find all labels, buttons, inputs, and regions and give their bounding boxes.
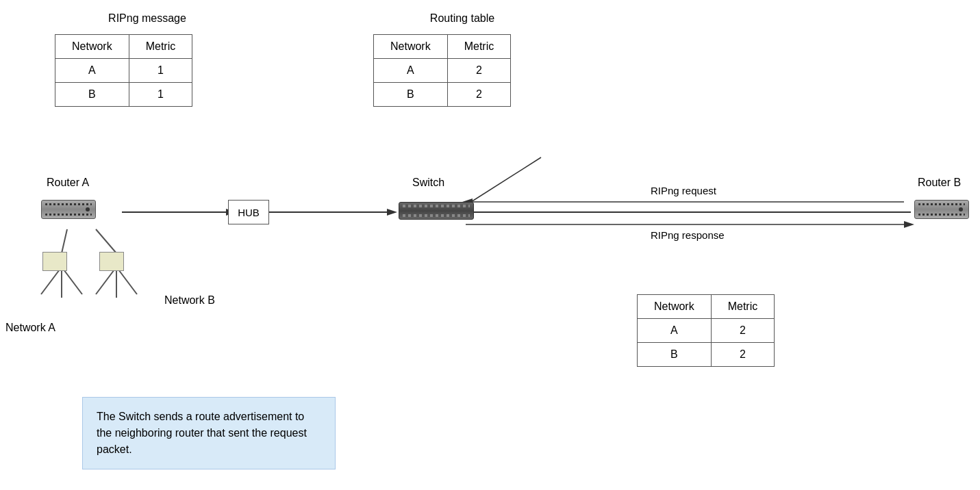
- table-cell: A: [55, 59, 129, 83]
- hub-label: HUB: [238, 207, 260, 218]
- ripng-response-label: RIPng response: [651, 229, 725, 241]
- switch-label: Switch: [412, 177, 444, 189]
- router-a-light: [86, 207, 90, 211]
- svg-line-17: [96, 229, 116, 253]
- ripng-table-header-metric: Metric: [129, 35, 192, 59]
- network-a-label: Network A: [5, 322, 55, 334]
- svg-line-15: [116, 267, 137, 294]
- router-a-label: Router A: [47, 177, 89, 189]
- svg-line-13: [96, 267, 116, 294]
- router-b-light: [959, 207, 963, 211]
- routing-table: Network Metric A 2 B 2: [373, 34, 511, 107]
- table-cell: B: [638, 343, 712, 367]
- table-cell: 2: [447, 59, 511, 83]
- svg-line-10: [41, 267, 62, 294]
- info-box: The Switch sends a route advertisement t…: [82, 397, 336, 469]
- table-cell: A: [374, 59, 448, 83]
- table-cell: A: [638, 319, 712, 343]
- table-cell: B: [374, 83, 448, 107]
- svg-marker-3: [387, 209, 397, 216]
- diagram-container: RIPng message Network Metric A 1 B 1 Rou…: [0, 0, 980, 490]
- router-b-label: Router B: [918, 177, 961, 189]
- table-row: A 2: [374, 59, 511, 83]
- table-cell: 2: [711, 343, 775, 367]
- ripng-message-label: RIPng message: [72, 12, 223, 25]
- ripng-table-header-network: Network: [55, 35, 129, 59]
- table-cell: 1: [129, 59, 192, 83]
- table-cell: 1: [129, 83, 192, 107]
- response-table-header-metric: Metric: [711, 295, 775, 319]
- node-box: [42, 252, 67, 271]
- svg-marker-8: [904, 221, 914, 228]
- switch-device: [399, 202, 474, 220]
- hub-box: HUB: [228, 200, 269, 224]
- table-cell: 2: [447, 83, 511, 107]
- network-b-node: [99, 252, 124, 271]
- table-cell: B: [55, 83, 129, 107]
- network-a-node1: [42, 252, 67, 271]
- router-a-device: [41, 200, 96, 219]
- routing-table-header-network: Network: [374, 35, 448, 59]
- routing-table-label: Routing table: [387, 12, 538, 25]
- table-row: A 1: [55, 59, 192, 83]
- table-row: B 2: [374, 83, 511, 107]
- network-b-label: Network B: [164, 294, 215, 307]
- table-cell: 2: [711, 319, 775, 343]
- table-row: A 2: [638, 319, 775, 343]
- routing-table-header-metric: Metric: [447, 35, 511, 59]
- svg-line-12: [62, 267, 82, 294]
- svg-line-16: [62, 229, 67, 253]
- response-table: Network Metric A 2 B 2: [637, 294, 775, 367]
- node-box: [99, 252, 124, 271]
- svg-line-9: [466, 157, 541, 205]
- response-table-header-network: Network: [638, 295, 712, 319]
- router-b-device: [914, 200, 969, 219]
- ripng-request-label: RIPng request: [651, 185, 716, 196]
- ripng-message-table: Network Metric A 1 B 1: [55, 34, 192, 107]
- table-row: B 2: [638, 343, 775, 367]
- table-row: B 1: [55, 83, 192, 107]
